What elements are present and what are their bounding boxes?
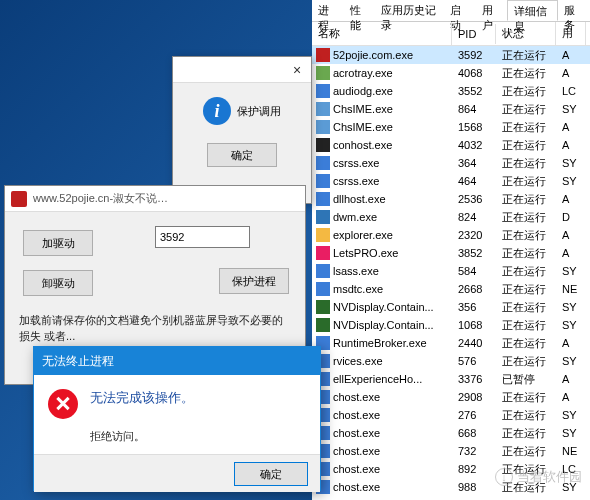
process-row[interactable]: msdtc.exe2668正在运行NE — [312, 280, 590, 298]
process-row[interactable]: acrotray.exe4068正在运行A — [312, 64, 590, 82]
process-row[interactable]: ellExperienceHo...3376已暂停A — [312, 370, 590, 388]
process-row[interactable]: NVDisplay.Contain...356正在运行SY — [312, 298, 590, 316]
process-name: csrss.exe — [333, 175, 452, 187]
col-name[interactable]: 名称 — [312, 22, 452, 45]
error-icon — [48, 389, 78, 419]
process-status: 正在运行 — [496, 84, 556, 99]
tab-3[interactable]: 启动 — [444, 0, 476, 21]
process-user: SY — [556, 301, 586, 313]
close-icon[interactable]: × — [287, 62, 307, 78]
process-status: 正在运行 — [496, 210, 556, 225]
watermark-text: 当着软件园 — [517, 468, 582, 486]
process-status: 正在运行 — [496, 48, 556, 63]
process-row[interactable]: RuntimeBroker.exe2440正在运行A — [312, 334, 590, 352]
process-icon — [316, 120, 330, 134]
process-icon — [316, 84, 330, 98]
process-icon — [316, 210, 330, 224]
process-pid: 584 — [452, 265, 496, 277]
process-status: 正在运行 — [496, 300, 556, 315]
tab-1[interactable]: 性能 — [344, 0, 376, 21]
error-dialog-titlebar: 无法终止进程 — [34, 347, 320, 375]
process-user: SY — [556, 427, 586, 439]
tab-5[interactable]: 详细信息 — [507, 0, 558, 21]
process-name: csrss.exe — [333, 157, 452, 169]
process-row[interactable]: csrss.exe464正在运行SY — [312, 172, 590, 190]
process-row[interactable]: audiodg.exe3552正在运行LC — [312, 82, 590, 100]
tab-2[interactable]: 应用历史记录 — [375, 0, 444, 21]
process-icon — [316, 48, 330, 62]
process-row[interactable]: 52pojie.com.exe3592正在运行A — [312, 46, 590, 64]
process-row[interactable]: csrss.exe364正在运行SY — [312, 154, 590, 172]
col-pid[interactable]: PID — [452, 24, 496, 44]
process-row[interactable]: explorer.exe2320正在运行A — [312, 226, 590, 244]
remove-driver-button[interactable]: 卸驱动 — [23, 270, 93, 296]
tab-4[interactable]: 用户 — [476, 0, 508, 21]
process-user: LC — [556, 85, 586, 97]
col-user[interactable]: 用 — [556, 22, 586, 45]
error-dialog: 无法终止进程 无法完成该操作。 拒绝访问。 确定 — [33, 346, 321, 491]
process-row[interactable]: LetsPRO.exe3852正在运行A — [312, 244, 590, 262]
process-icon — [316, 228, 330, 242]
process-name: chost.exe — [333, 409, 452, 421]
error-dialog-title: 无法终止进程 — [42, 353, 114, 370]
process-icon — [316, 192, 330, 206]
process-name: audiodg.exe — [333, 85, 452, 97]
process-pid: 988 — [452, 481, 496, 493]
process-row[interactable]: conhost.exe4032正在运行A — [312, 136, 590, 154]
process-status: 已暂停 — [496, 372, 556, 387]
error-main-text: 无法完成该操作。 — [90, 389, 194, 407]
process-pid: 732 — [452, 445, 496, 457]
process-row[interactable]: dwm.exe824正在运行D — [312, 208, 590, 226]
process-row[interactable]: chost.exe2908正在运行A — [312, 388, 590, 406]
process-user: A — [556, 67, 586, 79]
process-pid: 576 — [452, 355, 496, 367]
process-name: RuntimeBroker.exe — [333, 337, 452, 349]
process-name: explorer.exe — [333, 229, 452, 241]
process-name: ChsIME.exe — [333, 121, 452, 133]
process-row[interactable]: chost.exe732正在运行NE — [312, 442, 590, 460]
process-status: 正在运行 — [496, 282, 556, 297]
process-name: dllhost.exe — [333, 193, 452, 205]
process-user: SY — [556, 319, 586, 331]
process-pid: 2440 — [452, 337, 496, 349]
process-icon — [316, 156, 330, 170]
process-name: ChsIME.exe — [333, 103, 452, 115]
pid-input[interactable] — [155, 226, 250, 248]
process-icon — [316, 102, 330, 116]
process-row[interactable]: chost.exe276正在运行SY — [312, 406, 590, 424]
process-pid: 668 — [452, 427, 496, 439]
process-row[interactable]: dllhost.exe2536正在运行A — [312, 190, 590, 208]
process-row[interactable]: rvices.exe576正在运行SY — [312, 352, 590, 370]
process-pid: 3376 — [452, 373, 496, 385]
process-name: ellExperienceHo... — [333, 373, 452, 385]
task-manager-panel: 进程性能应用历史记录启动用户详细信息服务 名称 PID 状态 用 52pojie… — [312, 0, 590, 500]
process-pid: 4032 — [452, 139, 496, 151]
tab-0[interactable]: 进程 — [312, 0, 344, 21]
protect-process-button[interactable]: 保护进程 — [219, 268, 289, 294]
process-status: 正在运行 — [496, 408, 556, 423]
process-user: SY — [556, 409, 586, 421]
process-row[interactable]: ChsIME.exe864正在运行SY — [312, 100, 590, 118]
process-status: 正在运行 — [496, 192, 556, 207]
process-row[interactable]: lsass.exe584正在运行SY — [312, 262, 590, 280]
app-icon — [11, 191, 27, 207]
info-ok-button[interactable]: 确定 — [207, 143, 277, 167]
process-name: dwm.exe — [333, 211, 452, 223]
process-row[interactable]: ChsIME.exe1568正在运行A — [312, 118, 590, 136]
process-status: 正在运行 — [496, 336, 556, 351]
col-status[interactable]: 状态 — [496, 22, 556, 45]
process-name: NVDisplay.Contain... — [333, 319, 452, 331]
error-ok-button[interactable]: 确定 — [234, 462, 308, 486]
process-row[interactable]: chost.exe668正在运行SY — [312, 424, 590, 442]
process-user: A — [556, 121, 586, 133]
info-text: 保护调用 — [237, 104, 281, 119]
process-pid: 3552 — [452, 85, 496, 97]
process-user: A — [556, 139, 586, 151]
process-row[interactable]: NVDisplay.Contain...1068正在运行SY — [312, 316, 590, 334]
tab-6[interactable]: 服务 — [558, 0, 590, 21]
add-driver-button[interactable]: 加驱动 — [23, 230, 93, 256]
process-name: NVDisplay.Contain... — [333, 301, 452, 313]
process-user: SY — [556, 175, 586, 187]
process-pid: 364 — [452, 157, 496, 169]
process-icon — [316, 66, 330, 80]
